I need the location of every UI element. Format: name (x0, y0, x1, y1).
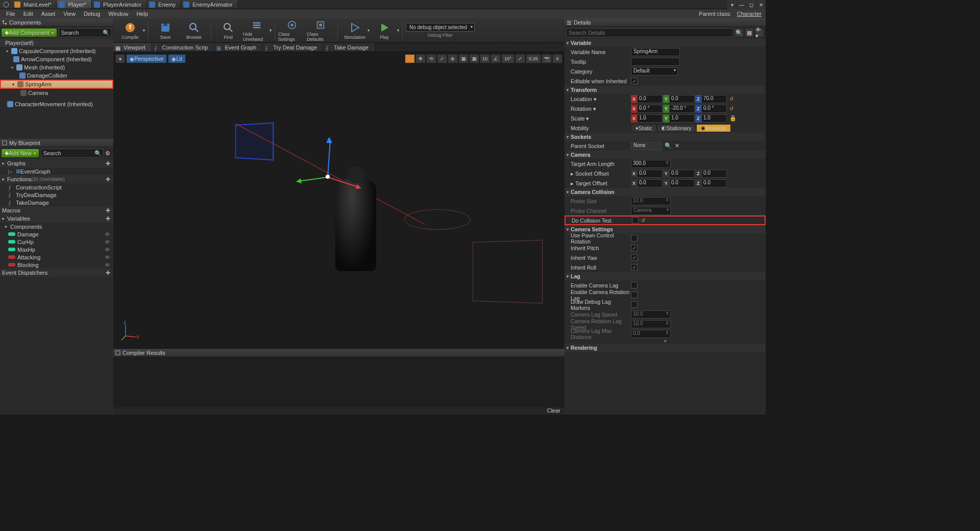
menu-view[interactable]: View (59, 11, 80, 17)
do-collision-test-checkbox[interactable] (632, 217, 639, 224)
graph-eventgraph[interactable]: ▷⊞ EventGraph (0, 167, 113, 175)
angle-snap-value[interactable]: 10° (501, 54, 514, 63)
viewport-menu-button[interactable]: ▾ (115, 54, 125, 63)
var-curhp[interactable]: CurHp👁 (0, 238, 113, 246)
section-macros[interactable]: Macros✚ (0, 206, 113, 214)
reset-icon[interactable]: ↺ (729, 96, 736, 102)
grid-snap-value[interactable]: 10 (480, 54, 490, 63)
section-lag[interactable]: Lag (565, 272, 766, 280)
component-root[interactable]: Player(self) (0, 39, 113, 47)
target-offset-vector[interactable]: X0.0Y0.0Z0.0 (631, 179, 727, 187)
simulation-button[interactable]: Simulation (341, 19, 369, 42)
menu-edit[interactable]: Edit (19, 11, 37, 17)
add-function-icon[interactable]: ✚ (104, 176, 111, 183)
add-macro-icon[interactable]: ✚ (104, 207, 111, 214)
component-camera[interactable]: Camera (0, 89, 113, 97)
section-dispatchers[interactable]: Event Dispatchers✚ (0, 269, 113, 277)
angle-snap-icon[interactable]: ∠ (491, 54, 501, 63)
compile-button[interactable]: Compile (116, 19, 144, 42)
translate-mode-icon[interactable]: ✥ (415, 54, 426, 63)
scroll-indicator-icon[interactable]: ▾ (565, 339, 766, 344)
eye-icon[interactable]: 👁 (105, 231, 110, 237)
parent-class-link[interactable]: Character (737, 11, 762, 17)
search-icon[interactable]: 🔍 (734, 28, 744, 37)
section-camera-collision[interactable]: Camera Collision (565, 188, 766, 196)
category-dropdown[interactable]: Default (631, 67, 678, 76)
mobility-stationary[interactable]: ◐ Stationary (657, 124, 696, 132)
reset-icon[interactable]: ↺ (729, 106, 736, 112)
file-tab-enemyanimator[interactable]: EnemyAnimator (181, 0, 238, 9)
inherit-roll-checkbox[interactable]: ✓ (631, 264, 638, 271)
scale-snap-value[interactable]: 0.25 (526, 54, 541, 63)
component-damagecollider[interactable]: DamageCollider (0, 71, 113, 80)
hide-unrelated-button[interactable]: Hide Unrelated (243, 19, 271, 42)
debug-object-dropdown[interactable]: No debug object selected (406, 23, 475, 32)
tooltip-field[interactable] (631, 58, 680, 66)
var-damage[interactable]: Damage👁 (0, 230, 113, 238)
grid-snap-icon[interactable]: ▦ (469, 54, 479, 63)
fn-constructionscript[interactable]: ⨍ConstructionScript (0, 183, 113, 191)
reset-icon[interactable]: ↺ (641, 218, 647, 224)
tab-viewport[interactable]: ▦Viewport (113, 43, 152, 52)
visibility-icon[interactable]: 👁▾ (755, 28, 764, 37)
find-button[interactable]: Find (214, 19, 242, 42)
var-blocking[interactable]: Blocking👁 (0, 261, 113, 269)
window-dropdown-icon[interactable]: ▾ (727, 0, 737, 9)
gizmo-y-axis[interactable] (299, 177, 328, 182)
eye-icon[interactable]: 👁 (105, 262, 110, 268)
section-variable[interactable]: Variable (565, 39, 766, 47)
section-variables[interactable]: ▾Variables✚ (0, 214, 113, 223)
search-icon[interactable]: 🔍 (665, 142, 672, 149)
blueprint-search[interactable]: Search🔍 (41, 149, 104, 158)
tab-construction[interactable]: ⨍Construction Scrip (152, 43, 215, 52)
coord-space-icon[interactable]: ⊕ (448, 54, 458, 63)
target-arm-length-field[interactable]: 300.0 (631, 160, 671, 168)
variable-name-field[interactable]: SpringArm (631, 48, 680, 56)
draw-debug-markers-checkbox[interactable] (631, 301, 638, 308)
tab-eventgraph[interactable]: ⊞Event Graph (214, 43, 263, 52)
section-functions[interactable]: ▾Functions (32 Overridable)✚ (0, 175, 113, 183)
scale-snap-icon[interactable]: ⤢ (515, 54, 525, 63)
location-vector[interactable]: X0.0Y0.0Z70.0 (631, 95, 727, 103)
section-rendering[interactable]: Rendering (565, 344, 766, 352)
section-transform[interactable]: Transform (565, 86, 766, 94)
component-charactermovement[interactable]: CharacterMovement (Inherited) (0, 100, 113, 108)
lock-icon[interactable]: 🔒 (729, 115, 737, 122)
components-search[interactable]: Search🔍 (59, 28, 112, 37)
save-button[interactable]: Save (152, 19, 179, 42)
file-tab-player[interactable]: Player* (57, 0, 91, 9)
perspective-button[interactable]: ◉ Perspective (126, 54, 167, 63)
rotate-mode-icon[interactable]: ⟲ (426, 54, 436, 63)
tab-trydealdamage[interactable]: ⨍Try Deal Damage (263, 43, 324, 52)
editable-inherited-checkbox[interactable]: ✓ (631, 78, 638, 84)
browse-button[interactable]: Browse (180, 19, 208, 42)
fn-trydealdamage[interactable]: ⨍TryDealDamage (0, 191, 113, 199)
class-settings-button[interactable]: Class Settings (278, 19, 306, 42)
parent-socket-field[interactable]: None (631, 142, 662, 150)
settings-icon[interactable]: ⚙ (104, 150, 112, 157)
select-mode-icon[interactable]: ⬚ (405, 54, 415, 63)
var-components[interactable]: ▸Components (0, 223, 113, 230)
var-attacking[interactable]: Attacking👁 (0, 253, 113, 261)
eye-icon[interactable]: 👁 (105, 254, 110, 260)
clear-log-button[interactable]: Clear (547, 407, 560, 414)
inherit-yaw-checkbox[interactable]: ✓ (631, 254, 638, 261)
add-graph-icon[interactable]: ✚ (104, 160, 111, 167)
eye-icon[interactable]: 👁 (105, 247, 110, 253)
menu-debug[interactable]: Debug (80, 11, 104, 17)
enable-camera-lag-checkbox[interactable] (631, 282, 638, 288)
rotation-vector[interactable]: X0.0 °Y-20.0 °Z0.0 ° (631, 105, 727, 113)
file-tab-playeranimator[interactable]: PlayerAnimator (92, 0, 147, 9)
eye-icon[interactable]: 👁 (105, 239, 110, 245)
var-maxhp[interactable]: MaxHp👁 (0, 246, 113, 253)
file-tab-enemy[interactable]: Enemy (147, 0, 181, 9)
viewport-3d[interactable]: ▾ ◉ Perspective ◉ Lit ⬚ ✥ ⟲ ⤢ ⊕ ▦ ▦ 10 ∠… (113, 52, 565, 348)
add-variable-icon[interactable]: ✚ (104, 215, 111, 222)
window-maximize-icon[interactable]: ◻ (747, 0, 756, 9)
details-search[interactable] (566, 28, 733, 37)
window-minimize-icon[interactable]: — (737, 0, 746, 9)
use-pawn-rotation-checkbox[interactable] (631, 235, 638, 242)
inherit-pitch-checkbox[interactable]: ✓ (631, 245, 638, 251)
surface-snap-icon[interactable]: ▦ (458, 54, 469, 63)
section-graphs[interactable]: ▾Graphs✚ (0, 159, 113, 167)
